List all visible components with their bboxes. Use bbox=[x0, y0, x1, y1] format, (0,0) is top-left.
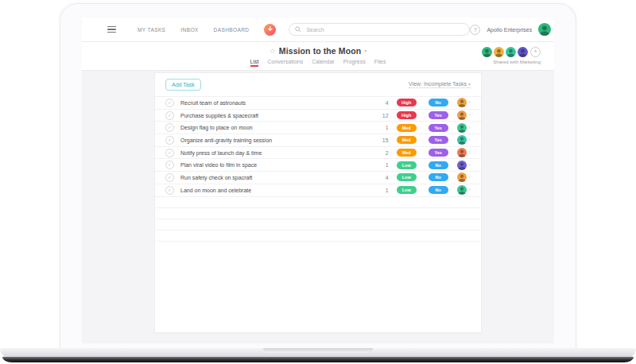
task-row[interactable]: ✓ Recruit team of astronauts 4 High No › bbox=[155, 97, 481, 110]
task-name[interactable]: Plan viral video to film in space bbox=[180, 162, 257, 168]
priority-badge[interactable]: High bbox=[397, 99, 417, 106]
task-count: 1 bbox=[373, 162, 389, 168]
search-input[interactable] bbox=[304, 26, 463, 33]
complete-check-icon[interactable]: ✓ bbox=[165, 186, 174, 195]
card-header: Add Task View: Incomplete Tasks▾ bbox=[155, 73, 481, 96]
topbar: MY TASKSINBOXDASHBOARD + ? Apollo Enterp… bbox=[82, 17, 554, 42]
add-task-button[interactable]: Add Task bbox=[165, 79, 201, 91]
complete-check-icon[interactable]: ✓ bbox=[165, 161, 174, 169]
priority-badge[interactable]: Med bbox=[397, 136, 417, 144]
member-avatar[interactable] bbox=[494, 47, 504, 57]
assignee-avatar[interactable] bbox=[457, 172, 467, 182]
laptop-base-edge bbox=[2, 357, 634, 362]
assignee-avatar[interactable] bbox=[457, 110, 467, 120]
complete-check-icon[interactable]: ✓ bbox=[165, 99, 174, 107]
project-tab[interactable]: Conversations bbox=[267, 59, 303, 67]
priority-badge[interactable]: Med bbox=[397, 149, 417, 157]
view-filter-dropdown[interactable]: View: Incomplete Tasks▾ bbox=[409, 81, 471, 88]
task-row[interactable]: ✓ Purchase supplies & spacecraft 12 High… bbox=[155, 110, 481, 122]
star-icon[interactable]: ☆ bbox=[270, 47, 276, 55]
empty-task-row[interactable] bbox=[156, 197, 480, 208]
view-caret-icon: ▾ bbox=[468, 82, 471, 87]
task-row[interactable]: ✓ Land on moon and celebrate 1 Low No › bbox=[155, 184, 481, 197]
complete-check-icon[interactable]: ✓ bbox=[165, 149, 174, 157]
row-chevron-icon: › bbox=[469, 136, 471, 144]
search-icon bbox=[295, 26, 301, 33]
row-chevron-icon: › bbox=[469, 99, 471, 106]
laptop-screen-bezel: MY TASKSINBOXDASHBOARD + ? Apollo Enterp… bbox=[60, 3, 576, 348]
project-title: Mission to the Moon bbox=[279, 46, 361, 56]
search-box[interactable] bbox=[289, 23, 470, 36]
project-tab[interactable]: List bbox=[250, 59, 259, 67]
project-tab[interactable]: Files bbox=[374, 59, 386, 67]
org-name[interactable]: Apollo Enterprises bbox=[487, 27, 532, 33]
flag-badge[interactable]: No bbox=[429, 99, 448, 106]
task-count: 12 bbox=[373, 113, 389, 118]
member-avatar[interactable] bbox=[506, 47, 516, 57]
topbar-nav-item[interactable]: MY TASKS bbox=[138, 27, 165, 33]
task-name[interactable]: Organize anti-gravity training session bbox=[180, 137, 272, 143]
priority-badge[interactable]: Med bbox=[397, 124, 417, 132]
topbar-nav-item[interactable]: DASHBOARD bbox=[214, 27, 250, 33]
task-row[interactable]: ✓ Organize anti-gravity training session… bbox=[155, 134, 481, 147]
complete-check-icon[interactable]: ✓ bbox=[165, 123, 174, 132]
quick-add-button[interactable]: + bbox=[264, 24, 276, 36]
assignee-avatar[interactable] bbox=[457, 148, 467, 157]
flag-badge[interactable]: No bbox=[429, 173, 448, 181]
flag-badge[interactable]: Yes bbox=[429, 124, 448, 132]
task-row[interactable]: ✓ Run safety check on spacraft 4 Low No … bbox=[155, 172, 481, 184]
task-name[interactable]: Run safety check on spacraft bbox=[180, 175, 252, 180]
project-tab[interactable]: Progress bbox=[343, 59, 366, 67]
project-header: ☆ Mission to the Moon ▾ ListConversation… bbox=[82, 42, 554, 71]
member-avatar[interactable] bbox=[518, 47, 528, 57]
project-tab[interactable]: Calendar bbox=[312, 59, 334, 67]
topbar-nav: MY TASKSINBOXDASHBOARD bbox=[138, 27, 249, 33]
row-chevron-icon: › bbox=[469, 186, 471, 194]
assignee-avatar[interactable] bbox=[457, 135, 467, 145]
row-chevron-icon: › bbox=[469, 149, 471, 157]
task-name[interactable]: Design flag to place on moon bbox=[180, 125, 253, 130]
task-name[interactable]: Land on moon and celebrate bbox=[180, 188, 251, 193]
assignee-avatar[interactable] bbox=[457, 161, 467, 170]
empty-task-row[interactable] bbox=[156, 230, 480, 242]
app-viewport: MY TASKSINBOXDASHBOARD + ? Apollo Enterp… bbox=[82, 17, 554, 343]
flag-badge[interactable]: No bbox=[429, 186, 448, 194]
task-row[interactable]: ✓ Design flag to place on moon 1 Med Yes… bbox=[155, 122, 481, 134]
task-name[interactable]: Purchase supplies & spacecraft bbox=[180, 113, 258, 118]
flag-badge[interactable]: Yes bbox=[429, 111, 448, 119]
priority-badge[interactable]: Low bbox=[397, 161, 417, 169]
topbar-nav-item[interactable]: INBOX bbox=[180, 27, 198, 33]
task-name[interactable]: Notify press of launch day & time bbox=[180, 150, 262, 156]
add-member-button[interactable]: + bbox=[530, 47, 541, 57]
title-caret-icon[interactable]: ▾ bbox=[364, 48, 366, 53]
member-avatar-stack: + bbox=[480, 47, 541, 57]
priority-badge[interactable]: High bbox=[397, 111, 417, 119]
task-name[interactable]: Recruit team of astronauts bbox=[180, 100, 246, 106]
priority-badge[interactable]: Low bbox=[397, 186, 417, 194]
assignee-avatar[interactable] bbox=[457, 185, 467, 195]
member-avatar[interactable] bbox=[482, 47, 492, 57]
share-block: + Shared with Marketing bbox=[480, 47, 541, 64]
flag-badge[interactable]: Yes bbox=[429, 136, 448, 144]
task-count: 4 bbox=[373, 100, 389, 106]
complete-check-icon[interactable]: ✓ bbox=[165, 173, 174, 182]
priority-badge[interactable]: Low bbox=[397, 173, 417, 181]
empty-task-row[interactable] bbox=[156, 219, 480, 230]
row-chevron-icon: › bbox=[469, 173, 471, 181]
flag-badge[interactable]: No bbox=[429, 161, 448, 169]
complete-check-icon[interactable]: ✓ bbox=[165, 136, 174, 145]
flag-badge[interactable]: Yes bbox=[429, 149, 448, 157]
complete-check-icon[interactable]: ✓ bbox=[165, 111, 174, 120]
hamburger-menu-icon[interactable] bbox=[107, 26, 116, 33]
task-count: 1 bbox=[373, 125, 389, 130]
assignee-avatar[interactable] bbox=[457, 123, 467, 133]
user-avatar[interactable] bbox=[538, 23, 551, 36]
assignee-avatar[interactable] bbox=[457, 98, 467, 107]
empty-task-row[interactable] bbox=[156, 208, 480, 219]
help-icon[interactable]: ? bbox=[470, 25, 480, 35]
task-count: 1 bbox=[373, 188, 389, 193]
task-row[interactable]: ✓ Plan viral video to film in space 1 Lo… bbox=[155, 159, 481, 172]
task-row[interactable]: ✓ Notify press of launch day & time 2 Me… bbox=[155, 147, 481, 160]
shared-with-label: Shared with Marketing bbox=[480, 60, 541, 64]
project-title-row[interactable]: ☆ Mission to the Moon ▾ bbox=[270, 46, 366, 56]
